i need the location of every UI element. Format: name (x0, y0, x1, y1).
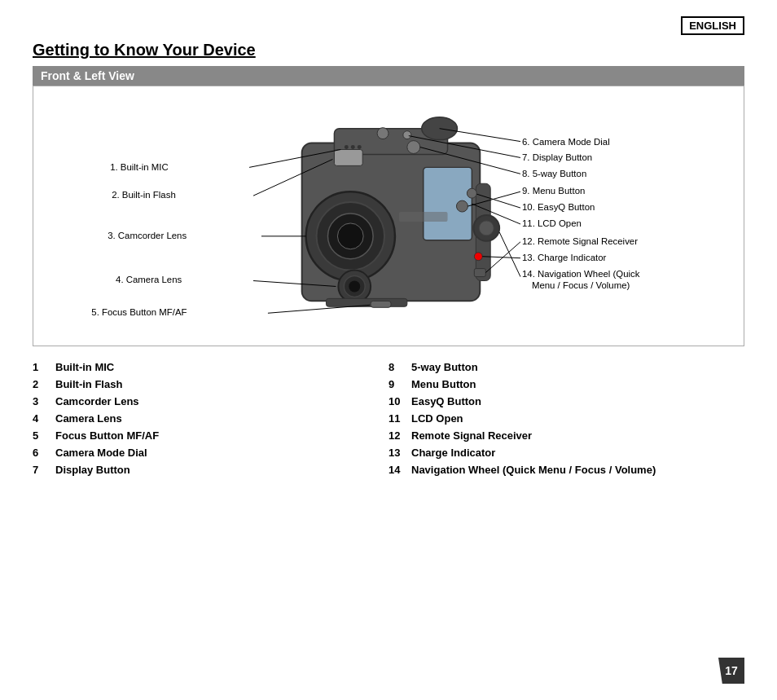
part-name: Built-in Flash (55, 378, 122, 390)
svg-text:3. Camcorder Lens: 3. Camcorder Lens (108, 231, 187, 240)
svg-point-27 (407, 141, 420, 154)
part-name: LCD Open (411, 412, 463, 425)
list-item: 10 EasyQ Button (388, 395, 744, 407)
part-number: 8 (388, 361, 411, 373)
svg-text:Menu / Focus / Volume): Menu / Focus / Volume) (532, 280, 630, 290)
list-item: 9 Menu Button (388, 378, 744, 390)
svg-text:13. Charge Indicator: 13. Charge Indicator (522, 253, 607, 262)
part-number: 9 (388, 378, 411, 390)
part-number: 11 (388, 412, 411, 425)
list-item: 1 Built-in MIC (33, 361, 388, 373)
list-item: 2 Built-in Flash (33, 378, 388, 390)
page-title: Getting to Know Your Device (33, 41, 744, 59)
svg-point-18 (351, 145, 355, 149)
svg-text:2. Built-in Flash: 2. Built-in Flash (112, 190, 176, 200)
svg-text:4. Camera Lens: 4. Camera Lens (116, 275, 182, 284)
part-number: 12 (388, 429, 411, 442)
list-item: 5 Focus Button MF/AF (33, 429, 388, 442)
list-item: 14 Navigation Wheel (Quick Menu / Focus … (388, 464, 744, 476)
part-number: 2 (33, 378, 55, 390)
svg-point-19 (358, 145, 362, 149)
part-name: 5-way Button (411, 361, 478, 373)
part-name: Focus Button MF/AF (55, 429, 159, 442)
svg-text:8. 5-way Button: 8. 5-way Button (522, 169, 586, 178)
page-container: ENGLISH Getting to Know Your Device Fron… (0, 0, 777, 700)
part-name: Display Button (55, 464, 130, 476)
part-name: Built-in MIC (55, 361, 114, 373)
list-item: 8 5-way Button (388, 361, 744, 373)
svg-text:7. Display Button: 7. Display Button (522, 152, 592, 162)
part-number: 1 (33, 361, 55, 373)
svg-point-26 (467, 188, 476, 198)
svg-point-15 (403, 131, 411, 139)
list-item: 3 Camcorder Lens (33, 395, 388, 407)
svg-text:1. Built-in MIC: 1. Built-in MIC (110, 162, 169, 172)
part-number: 7 (33, 464, 55, 476)
svg-text:5. Focus Button MF/AF: 5. Focus Button MF/AF (91, 307, 187, 317)
svg-point-14 (377, 128, 388, 139)
svg-text:6. Camera Mode Dial: 6. Camera Mode Dial (522, 137, 610, 147)
svg-rect-12 (399, 212, 448, 222)
page-number-badge: 17 (718, 658, 744, 684)
part-name: Camera Mode Dial (55, 447, 147, 459)
part-name: Navigation Wheel (Quick Menu / Focus / V… (411, 464, 656, 476)
list-item: 7 Display Button (33, 464, 388, 476)
part-number: 6 (33, 447, 55, 459)
diagram-svg: 1. Built-in MIC 2. Built-in Flash 3. Cam… (33, 86, 744, 346)
svg-line-36 (268, 305, 370, 313)
list-item: 6 Camera Mode Dial (33, 447, 388, 459)
svg-point-6 (337, 223, 363, 249)
svg-point-24 (479, 221, 494, 236)
svg-point-2 (422, 117, 458, 140)
parts-col-left: 1 Built-in MIC 2 Built-in Flash 3 Camcor… (33, 361, 388, 481)
part-number: 4 (33, 412, 55, 425)
list-item: 13 Charge Indicator (388, 447, 744, 459)
svg-point-9 (349, 281, 360, 293)
part-name: Camcorder Lens (55, 395, 139, 407)
list-item: 4 Camera Lens (33, 412, 388, 425)
svg-rect-10 (334, 150, 362, 166)
part-name: Menu Button (411, 378, 476, 390)
list-item: 12 Remote Signal Receiver (388, 429, 744, 442)
part-number: 10 (388, 395, 411, 407)
svg-point-17 (345, 145, 349, 149)
svg-text:10. EasyQ Button: 10. EasyQ Button (522, 202, 595, 212)
svg-text:9. Menu Button: 9. Menu Button (522, 186, 585, 196)
part-name: Remote Signal Receiver (411, 429, 532, 442)
svg-rect-20 (371, 301, 391, 307)
svg-text:11. LCD Open: 11. LCD Open (522, 218, 582, 228)
svg-point-25 (456, 200, 468, 212)
part-name: EasyQ Button (411, 395, 481, 407)
list-item: 11 LCD Open (388, 412, 744, 425)
svg-text:14. Navigation Wheel (Quick: 14. Navigation Wheel (Quick (522, 269, 640, 279)
svg-line-54 (499, 232, 520, 277)
svg-point-21 (474, 253, 482, 261)
svg-rect-22 (474, 269, 485, 277)
part-number: 3 (33, 395, 55, 407)
part-number: 14 (388, 464, 411, 476)
language-badge: ENGLISH (681, 16, 744, 35)
parts-list: 1 Built-in MIC 2 Built-in Flash 3 Camcor… (33, 361, 744, 481)
part-number: 5 (33, 429, 55, 442)
part-name: Charge Indicator (411, 447, 495, 459)
diagram-box: 1. Built-in MIC 2. Built-in Flash 3. Cam… (33, 86, 744, 346)
part-name: Camera Lens (55, 412, 122, 425)
parts-col-right: 8 5-way Button 9 Menu Button 10 EasyQ Bu… (388, 361, 744, 481)
svg-text:12. Remote Signal Receiver: 12. Remote Signal Receiver (522, 236, 638, 246)
part-number: 13 (388, 447, 411, 459)
section-header: Front & Left View (33, 66, 744, 86)
